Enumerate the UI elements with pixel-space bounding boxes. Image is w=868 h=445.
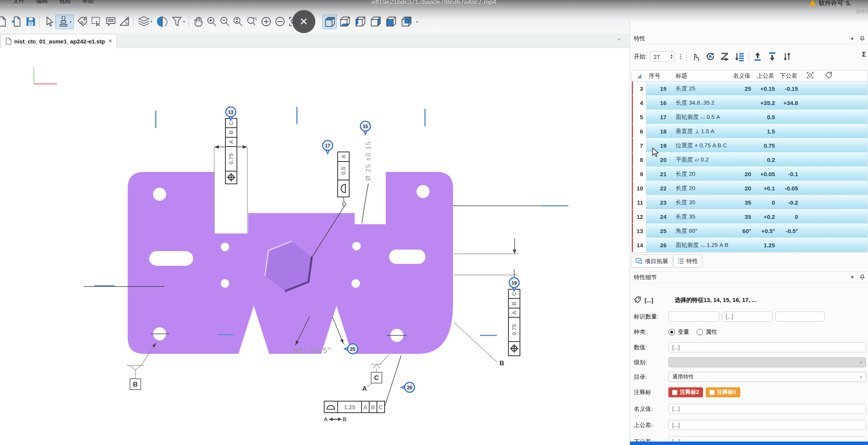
annotation-badge-1[interactable]: 注释标1 (706, 387, 740, 397)
id-count-input-2[interactable]: [...] (722, 312, 773, 322)
tag-column-icon[interactable] (820, 72, 836, 80)
tab-project-expand[interactable]: 项目拓展 (631, 255, 672, 268)
zoom-fit-icon[interactable] (231, 15, 245, 28)
pan-hand-icon[interactable] (192, 15, 205, 28)
radio-attribute-label[interactable]: 属性 (706, 328, 717, 336)
diameter-dimension[interactable]: Ø 25 ±0.15 (362, 141, 372, 223)
start-index-stepper[interactable]: 27 ▲▼ (650, 51, 675, 62)
checkbox-icon[interactable] (672, 390, 677, 395)
pick-hand-icon[interactable] (690, 51, 701, 62)
table-row[interactable]: 12 24 长度 35 35 +0.2 0 (632, 210, 867, 224)
chevron-down-icon[interactable]: ▾ (150, 20, 152, 23)
rotate-refresh-icon[interactable] (705, 51, 716, 62)
tag-icon[interactable] (75, 15, 89, 28)
fcf-position-0.75-abc-right[interactable]: C B A 0.75 (508, 289, 520, 356)
radio-attribute[interactable] (696, 329, 703, 335)
slot-right[interactable] (389, 250, 425, 264)
table-row[interactable]: 9 21 长度 20 20 +0.05 -0.1 (632, 167, 867, 181)
zoom-window-icon[interactable] (245, 15, 258, 28)
balloon-25[interactable]: 25 (344, 344, 358, 354)
pin-icon[interactable] (860, 36, 865, 42)
document-tab[interactable]: nist_ctc_01_asme1_ap242-e1.stp × (1, 34, 117, 48)
menu-view[interactable]: 视图 (59, 0, 71, 6)
menu-file[interactable]: 文件 (13, 0, 25, 6)
table-row[interactable]: 6 18 垂直度 ⊥ 1.5 A 1.5 (632, 124, 867, 138)
layers-icon[interactable]: ▾ (136, 15, 154, 28)
slot-left[interactable] (149, 251, 193, 266)
section-icon[interactable] (155, 15, 169, 28)
table-row[interactable]: 3 15 长度 25 25 +0.15 -0.15 (632, 82, 867, 96)
checkbox-icon[interactable] (710, 390, 715, 395)
corner-sort-icon[interactable]: ◢ (632, 72, 646, 79)
stepper-more-icon[interactable]: ⋮ (678, 53, 683, 60)
tab-close-icon[interactable]: × (108, 38, 112, 45)
table-row[interactable]: 8 20 平面度 ▱ 0.2 0.2 (632, 153, 867, 167)
hole-top-right[interactable] (417, 185, 430, 198)
table-row[interactable]: 5 17 面轮廓度 ⌓ 0.5 A 0.5 (632, 110, 867, 124)
table-row[interactable]: 13 25 角度 60° 60° +0.5° -0.5° (632, 224, 867, 238)
table-row[interactable]: 14 26 面轮廓度 ⌓ 1.25 A B C 1.25 (632, 238, 867, 252)
chevron-down-icon[interactable]: ▾ (183, 20, 185, 23)
fcf-position-0.75-abc-top[interactable]: C B A 0.75 (225, 118, 237, 184)
tab-properties[interactable]: 特性 (673, 255, 702, 268)
level-select[interactable]: ˅ (668, 357, 866, 367)
sort-list-icon[interactable] (734, 51, 745, 62)
zoom-out-icon[interactable] (218, 15, 232, 28)
col-upper[interactable]: 上公差 (753, 72, 776, 80)
balloon-26[interactable]: 26 (401, 382, 415, 392)
snapshot-column-icon[interactable] (800, 72, 820, 80)
pin-icon[interactable] (860, 275, 865, 280)
tabbar-collapse-icon[interactable]: ⌄ (617, 35, 621, 41)
select-region-icon[interactable] (89, 15, 103, 28)
id-count-input-3[interactable] (775, 312, 825, 322)
view-cube-iso[interactable] (322, 15, 337, 29)
balloon-17[interactable]: 17 (323, 140, 333, 154)
select-arrow-icon[interactable] (42, 15, 56, 28)
nominal-input[interactable]: [...] (668, 404, 866, 414)
license-status[interactable]: 软件许可 5. (809, 0, 851, 7)
table-row[interactable]: 4 16 长度 34.8..35.2 +35.2 +34.8 (632, 96, 867, 110)
toolbar-more-icon[interactable]: ▸ (415, 15, 420, 28)
stamp-icon[interactable]: ▾ (55, 15, 74, 29)
decrease-icon[interactable] (273, 15, 287, 28)
chevron-down-icon[interactable]: ▼ (850, 275, 855, 280)
export-down-icon[interactable] (766, 51, 778, 62)
new-document-icon[interactable] (0, 15, 9, 28)
balloon-15[interactable]: 15 (360, 121, 370, 135)
radio-variable[interactable] (668, 329, 675, 335)
upper-tol-input[interactable]: [...] (668, 420, 866, 430)
increase-icon[interactable] (259, 15, 273, 28)
view-cube-bottom[interactable] (338, 15, 352, 28)
annotation-badge-2[interactable]: 注释标2 (668, 387, 703, 397)
col-lower[interactable]: 下公差 (776, 72, 800, 80)
z-order-icon[interactable] (719, 51, 731, 62)
video-close-button[interactable]: ✕ (292, 10, 315, 33)
col-nominal[interactable]: 名义值 (730, 72, 753, 80)
chevron-down-icon[interactable]: ▾ (70, 20, 72, 24)
table-row[interactable]: 10 22 长度 20 20 +0.1 -0.05 (632, 181, 867, 195)
table-row[interactable]: 7 19 位置度 ⌖ 0.75 A B C 0.75 (632, 138, 867, 153)
radio-variable-label[interactable]: 变量 (678, 328, 689, 336)
value-input[interactable]: [...] (668, 342, 866, 352)
chevron-down-icon[interactable]: ▼ (850, 36, 855, 42)
menu-edit[interactable]: 编辑 (36, 0, 48, 6)
view-cube-right[interactable] (368, 15, 382, 28)
filter-icon[interactable]: ▾ (169, 15, 187, 28)
save-icon[interactable] (24, 15, 38, 28)
datum-c-flag[interactable]: C A (362, 355, 389, 392)
open-document-icon[interactable] (10, 15, 24, 28)
hole-top-left[interactable] (153, 188, 166, 201)
col-seq[interactable]: 序号 (646, 72, 673, 80)
import-up-icon[interactable] (752, 51, 763, 62)
view-cube-left[interactable] (353, 15, 367, 28)
cad-viewport[interactable]: C B A 0.75 A 0.5 Ø 25 ±0.1 (0, 48, 630, 445)
menu-help[interactable]: 帮助 (82, 0, 94, 6)
swap-updown-icon[interactable] (781, 51, 793, 62)
view-cube-back[interactable] (399, 15, 413, 28)
part-body[interactable] (128, 172, 453, 354)
comment-icon[interactable] (104, 15, 118, 28)
zoom-in-icon[interactable] (205, 15, 218, 28)
catalog-select[interactable]: 通用特性˅ (668, 372, 866, 382)
table-row[interactable]: 11 23 长度 35 35 0 -0.2 (632, 195, 867, 210)
id-count-input-1[interactable] (668, 312, 719, 322)
